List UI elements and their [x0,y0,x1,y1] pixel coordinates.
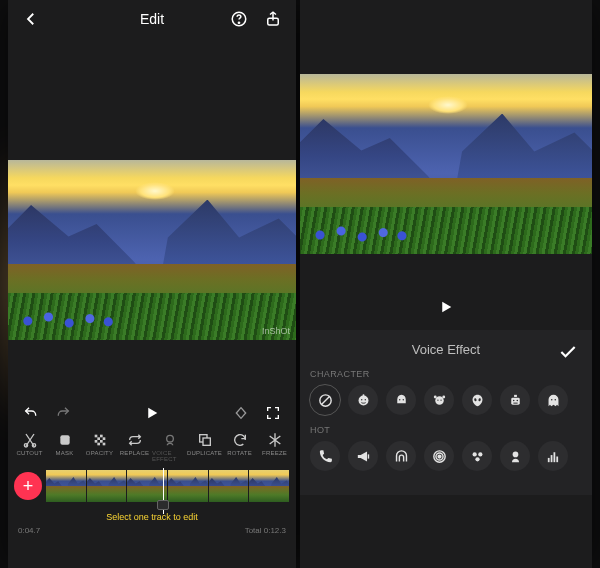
timeline[interactable]: + [8,466,296,506]
transport-row [8,402,296,424]
tool-strip: CUTOUT MASK OPACITY REPLACE VOICE EFFECT… [8,428,296,464]
effect-phone[interactable] [310,441,340,471]
svg-point-26 [442,395,445,398]
effect-alien[interactable] [462,385,492,415]
hot-row [310,441,582,471]
svg-point-41 [472,452,476,456]
svg-rect-5 [60,435,69,444]
share-button[interactable] [262,8,284,30]
undo-button[interactable] [20,402,42,424]
svg-point-22 [399,399,400,400]
time-readout: 0:04.7 Total 0:12.3 [8,524,296,537]
voice-effect-screen: Voice Effect CHARACTER HOT [300,0,592,568]
svg-rect-12 [97,443,100,446]
voice-effect-panel: Voice Effect CHARACTER HOT [300,330,592,495]
effect-spiral[interactable] [424,441,454,471]
confirm-button[interactable] [558,342,578,362]
effect-robot[interactable] [500,385,530,415]
svg-point-18 [358,395,368,405]
effect-ghost[interactable] [538,385,568,415]
top-bar: Edit [8,0,296,38]
tool-freeze[interactable]: FREEZE [257,431,292,456]
tool-opacity[interactable]: OPACITY [82,431,117,456]
svg-rect-47 [553,452,555,462]
editor-screen: Edit InShOt CUTOUT MASK OPACITY REPLACE … [8,0,296,568]
svg-point-1 [238,22,239,23]
total-time: Total 0:12.3 [245,526,286,535]
svg-point-21 [362,394,364,396]
svg-point-36 [550,399,552,401]
tool-rotate[interactable]: ROTATE [222,431,257,456]
svg-rect-8 [97,437,100,440]
svg-rect-46 [550,455,552,462]
clip-track[interactable] [46,470,290,502]
keyframe-button[interactable] [230,402,252,424]
effect-voice[interactable] [500,441,530,471]
playhead-handle[interactable] [157,500,169,510]
add-clip-button[interactable]: + [14,472,42,500]
effect-none[interactable] [310,385,340,415]
panel-title: Voice Effect [412,342,480,357]
svg-rect-11 [100,440,103,443]
svg-rect-10 [94,440,97,443]
effect-megaphone[interactable] [348,441,378,471]
effect-woman[interactable] [386,385,416,415]
group-label-hot: HOT [310,425,582,435]
video-preview[interactable]: InShOt [8,160,296,340]
select-track-hint: Select one track to edit [8,512,296,522]
svg-rect-16 [203,438,210,445]
tool-mask[interactable]: MASK [47,431,82,456]
fullscreen-button[interactable] [262,402,284,424]
current-time: 0:04.7 [18,526,40,535]
play-button[interactable] [300,298,592,316]
character-row [310,385,582,415]
play-button[interactable] [141,402,163,424]
effect-cave[interactable] [386,441,416,471]
svg-point-43 [475,457,479,461]
tool-replace[interactable]: REPLACE [117,431,152,456]
svg-point-23 [402,399,403,400]
video-preview[interactable] [300,74,592,254]
svg-point-19 [361,399,362,400]
effect-equalizer[interactable] [538,441,568,471]
svg-rect-7 [100,435,103,438]
tool-duplicate[interactable]: DUPLICATE [187,431,222,456]
redo-button[interactable] [52,402,74,424]
tool-cutout[interactable]: CUTOUT [12,431,47,456]
svg-point-33 [512,399,514,401]
svg-rect-13 [102,443,105,446]
svg-point-34 [516,399,518,401]
effect-girl[interactable] [424,385,454,415]
watermark: InShOt [262,326,290,336]
svg-point-14 [166,435,173,442]
help-button[interactable] [228,8,250,30]
svg-point-44 [512,451,518,457]
svg-point-37 [554,399,556,401]
svg-rect-35 [513,402,517,403]
svg-point-25 [433,395,436,398]
svg-rect-32 [514,394,517,396]
svg-point-20 [364,399,365,400]
effect-baby[interactable] [348,385,378,415]
svg-rect-9 [102,437,105,440]
group-label-character: CHARACTER [310,369,582,379]
svg-rect-6 [94,435,97,438]
svg-point-27 [437,399,438,400]
tool-voice-effect[interactable]: VOICE EFFECT [152,431,187,462]
svg-rect-31 [511,397,520,404]
svg-rect-48 [556,456,558,462]
svg-rect-45 [547,457,549,461]
svg-point-42 [478,452,482,456]
svg-point-40 [438,455,441,458]
svg-point-28 [440,399,441,400]
effect-cluster[interactable] [462,441,492,471]
